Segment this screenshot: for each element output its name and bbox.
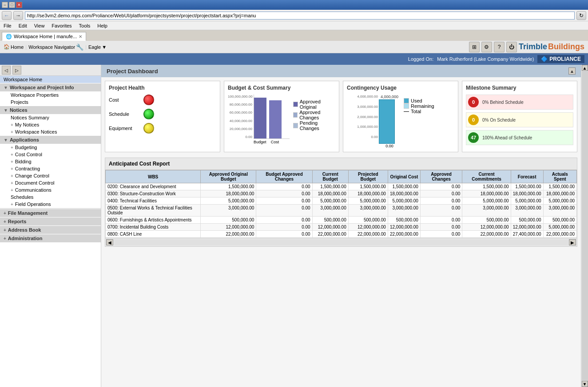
vertical-scrollbar-area: ▲ ▼ [581, 65, 588, 387]
sidebar-item-my-notices[interactable]: + My Notices [0, 121, 101, 128]
health-row-equipment: Equipment [109, 123, 216, 134]
sidebar-item-schedules[interactable]: Schedules [0, 194, 101, 201]
close-button[interactable]: ✕ [16, 2, 22, 8]
sidebar-toolbar: ◁ ▷ [0, 65, 101, 76]
sidebar-item-projects[interactable]: Projects [0, 99, 101, 106]
milestone-count-red: 0 [472, 99, 475, 105]
content-scroll[interactable]: Project Health Cost Schedule Equipment [101, 77, 581, 387]
legend-used: Used [404, 98, 434, 103]
cell-1-current_budget: 18,000,000.00 [312, 190, 348, 197]
sidebar-item-workspace-properties[interactable]: Workspace Properties [0, 91, 101, 99]
menu-edit[interactable]: Edit [19, 23, 27, 28]
health-row-schedule: Schedule [109, 109, 216, 119]
sidebar-item-change-control[interactable]: + Change Control [0, 172, 101, 179]
scroll-up-button[interactable]: ▲ [568, 67, 576, 75]
sidebar-item-cost-control[interactable]: + Cost Control [0, 151, 101, 158]
expand-icon-communications: + [11, 188, 13, 193]
x-label-cost: Cost [269, 140, 281, 144]
menu-view[interactable]: View [34, 23, 45, 28]
minimize-button[interactable]: – [2, 2, 8, 8]
menu-tools[interactable]: Tools [79, 23, 91, 28]
sidebar-section-notices[interactable]: ▼ Notices [0, 106, 101, 114]
grid-icon-button[interactable]: ⊞ [469, 42, 480, 52]
cell-6-actuals_spent: 22,000,000.00 [543, 231, 576, 238]
scroll-left-button[interactable]: ◀ [106, 239, 113, 245]
cell-4-original_cost: 500,000.00 [388, 217, 420, 224]
legend-label-used: Used [411, 98, 422, 103]
cell-4-projected_budget: 500,000.00 [348, 217, 388, 224]
cell-5-budget_approved: 0.00 [256, 224, 312, 231]
y-label-4: 40,000,000.00 [228, 119, 252, 123]
table-header-row: WBS Approved Original Budget Budget Appr… [106, 170, 577, 183]
tab-close-button[interactable]: ✕ [79, 34, 82, 39]
sidebar-icon-right[interactable]: ▷ [12, 66, 21, 75]
cell-1-original_cost: 18,000,000.00 [388, 190, 420, 197]
active-tab[interactable]: 🌐 Workspace Home | manufe... ✕ [2, 32, 86, 41]
cell-1-wbs: 0300: Structure-Construction Work [106, 190, 201, 197]
milestone-row-green: 47 100% Ahead of Schedule [466, 130, 573, 145]
sidebar-item-bidding[interactable]: + Bidding [0, 158, 101, 165]
milestone-badge-yellow: 0 [468, 115, 479, 125]
menu-help[interactable]: Help [97, 23, 107, 28]
col-header-actuals-spent: Actuals Spent [543, 170, 576, 183]
expand-icon-my-notices: + [11, 122, 13, 127]
cont-y-label-3: 2,000,000.00 [347, 115, 378, 119]
legend-line-total [404, 111, 409, 112]
sidebar-item-workspace-home[interactable]: Workspace Home [0, 76, 101, 83]
legend-approved-original: Approved Original [293, 99, 335, 110]
milestone-count-yellow: 0 [472, 117, 475, 122]
sidebar-item-workspace-notices[interactable]: + Workspace Notices [0, 128, 101, 135]
workspace-nav-item[interactable]: Workspace Navigator 🔧 [28, 43, 83, 51]
sidebar-my-notices-label: My Notices [15, 122, 39, 127]
sidebar-item-budgeting[interactable]: + Budgeting [0, 144, 101, 151]
horizontal-scrollbar[interactable] [114, 239, 568, 245]
expand-icon-field-operations: + [11, 202, 13, 207]
cell-3-approved_changes: 0.00 [420, 205, 462, 217]
refresh-button[interactable]: ↻ [576, 11, 586, 20]
expand-icon-workspace: ▼ [4, 85, 8, 90]
forward-button[interactable]: → [13, 11, 23, 20]
scroll-down-arrow[interactable]: ▼ [582, 381, 588, 387]
cont-y-label-1: 4,000,000.00 [347, 95, 378, 99]
table-scroll-wrapper[interactable]: WBS Approved Original Budget Budget Appr… [105, 170, 577, 238]
help-icon-button[interactable]: ? [494, 42, 505, 52]
col-header-approved-original: Approved Original Budget [201, 170, 256, 183]
sidebar-section-applications[interactable]: ▼ Applications [0, 136, 101, 144]
scroll-up-arrow[interactable]: ▲ [582, 65, 588, 71]
cell-5-current_budget: 12,000,000.00 [312, 224, 348, 231]
sidebar-change-control-label: Change Control [15, 173, 49, 178]
sidebar-item-field-operations[interactable]: + Field Operations [0, 201, 101, 208]
url-input[interactable] [25, 12, 575, 20]
cell-4-budget_approved: 0.00 [256, 217, 312, 224]
power-icon-button[interactable]: ⏻ [506, 42, 517, 52]
sidebar-section-administration[interactable]: + Administration [0, 234, 101, 242]
sidebar-section-workspace-project-info[interactable]: ▼ Workspace and Project Info [0, 83, 101, 91]
cell-4-actuals_spent: 500,000.00 [543, 217, 576, 224]
home-nav-item[interactable]: 🏠 Home [4, 44, 24, 50]
eagle-nav-item[interactable]: Eagle ▼ [88, 44, 107, 50]
maximize-button[interactable]: □ [9, 2, 15, 8]
sidebar-section-address-book[interactable]: + Address Book [0, 226, 101, 234]
scrollbar-track[interactable] [582, 71, 588, 380]
settings-icon-button[interactable]: ⚙ [481, 42, 492, 52]
sidebar-item-document-control[interactable]: + Document Control [0, 179, 101, 186]
sidebar-item-contracting[interactable]: + Contracting [0, 165, 101, 172]
sidebar-item-notices-summary[interactable]: Notices Summary [0, 114, 101, 121]
cost-bar [269, 100, 282, 138]
health-row-cost: Cost [109, 95, 216, 105]
cell-2-approved_changes: 0.00 [420, 197, 462, 205]
cell-2-wbs: 0400: Technical Facilities [106, 197, 201, 205]
cell-2-current_budget: 5,000,000.00 [312, 197, 348, 205]
sidebar-item-communications[interactable]: + Communications [0, 186, 101, 194]
sidebar-icon-left[interactable]: ◁ [2, 66, 11, 75]
sidebar-section-file-management[interactable]: + File Management [0, 209, 101, 217]
scroll-right-button[interactable]: ▶ [569, 239, 576, 245]
menu-favorites[interactable]: Favorites [52, 23, 72, 28]
sidebar-workspace-project-label: Workspace and Project Info [10, 85, 74, 90]
col-header-current-budget: Current Budget [312, 170, 348, 183]
back-button[interactable]: ← [2, 11, 12, 20]
app-logo: Trimble Buildings [519, 42, 584, 51]
sidebar-section-reports[interactable]: + Reports [0, 217, 101, 225]
legend-color-remaining [404, 103, 409, 109]
menu-file[interactable]: File [4, 23, 12, 28]
